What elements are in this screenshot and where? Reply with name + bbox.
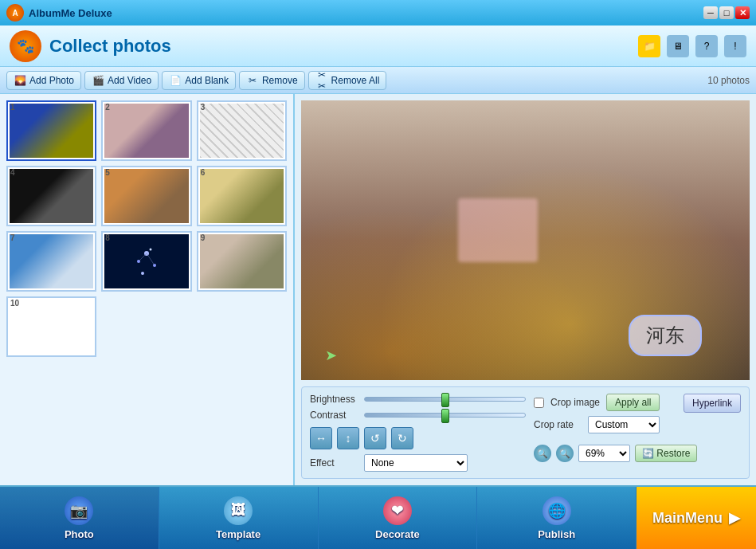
remove-all-button[interactable]: ✂✂ Remove All [308,71,387,90]
photo-nav-label: Photo [65,528,94,540]
main-menu-arrow-icon: ▶ [729,509,740,527]
brightness-row: Brightness [310,394,526,405]
svg-point-4 [149,249,151,251]
template-nav-icon: 🖼 [224,496,253,525]
hyperlink-button[interactable]: Hyperlink [684,394,741,413]
apply-all-button[interactable]: Apply all [606,394,660,411]
remove-button[interactable]: ✂ Remove [239,71,305,90]
effect-select[interactable]: None Blur Sharpen Emboss Grayscale [364,454,468,472]
thumbnail-9[interactable]: 9 [197,231,287,292]
thumbnail-image-3 [200,104,284,158]
crop-image-checkbox[interactable] [534,398,544,408]
remove-all-icon: ✂✂ [315,74,328,87]
folder-icon[interactable]: 📁 [638,35,660,57]
main-menu-button[interactable]: MainMenu ▶ [637,487,756,549]
bottom-navigation: 📷 Photo 🖼 Template ❤ Decorate 🌐 Publish … [0,485,756,549]
add-blank-icon: 📄 [169,74,182,87]
left-controls: Brightness Contrast ↔ ↕ ↺ ↻ [310,394,526,472]
thumbnail-image-9 [200,234,284,288]
crop-rate-label: Crop rate [534,419,582,430]
nav-publish[interactable]: 🌐 Publish [477,487,637,549]
minimize-button[interactable]: ─ [703,6,718,19]
thumbnail-image-10 [10,300,93,354]
photo-nav-icon: 📷 [65,496,93,525]
zoom-out-icon[interactable]: 🔍 [534,445,551,462]
crop-image-row: Crop image Apply all [534,394,660,411]
thumbnail-4[interactable]: 4 [6,166,96,226]
zoom-in-icon[interactable]: 🔍 [556,445,574,462]
contrast-track[interactable] [364,413,526,418]
thumbnails-grid: 1 2 3 4 5 6 7 [6,100,287,357]
brand-logo: 🐾 [10,30,41,62]
template-nav-label: Template [216,528,260,540]
add-video-icon: 🎬 [92,74,104,87]
crop-rate-select[interactable]: Custom 4:3 16:9 1:1 3:2 [588,416,660,433]
toolbar: 🌄 Add Photo 🎬 Add Video 📄 Add Blank ✂ Re… [0,67,756,94]
preview-area: 河东 ➤ [301,100,750,380]
thumbnail-6[interactable]: 6 [197,166,287,226]
brightness-label: Brightness [310,394,358,405]
preview-text-overlay: 河东 [629,315,702,356]
contrast-thumb[interactable] [441,409,449,423]
thumbnail-image-4 [10,169,93,223]
svg-line-5 [139,253,147,261]
rotate-left-button[interactable]: ↺ [364,427,386,449]
thumbnail-image-1 [10,104,93,158]
brightness-track[interactable] [364,397,526,402]
thumbnail-7[interactable]: 7 [6,231,96,292]
contrast-row: Contrast [310,410,526,421]
svg-point-3 [141,272,144,275]
thumbnail-5[interactable]: 5 [101,166,191,226]
flip-horizontal-button[interactable]: ↔ [310,427,332,449]
effect-label: Effect [310,457,358,469]
add-video-button[interactable]: 🎬 Add Video [84,71,159,90]
close-button[interactable]: ✕ [735,6,750,19]
crop-rate-row: Crop rate Custom 4:3 16:9 1:1 3:2 [534,416,660,433]
decorate-nav-label: Decorate [375,528,420,540]
thumbnail-10[interactable]: 10 [6,296,96,357]
photos-count: 10 photos [707,75,750,86]
thumbnail-3[interactable]: 3 [197,100,287,161]
thumbnail-image-7 [10,234,93,288]
preview-image: 河东 ➤ [301,100,750,380]
thumbnail-image-6 [200,169,284,223]
right-controls: Crop image Apply all Crop rate Custom 4:… [534,394,741,472]
blurred-region [458,198,538,262]
crop-image-label: Crop image [550,397,600,408]
nav-template[interactable]: 🖼 Template [159,487,319,549]
brightness-thumb[interactable] [441,393,449,407]
controls-area: Brightness Contrast ↔ ↕ ↺ ↻ [301,386,750,479]
add-photo-button[interactable]: 🌄 Add Photo [6,71,81,90]
main-menu-label: MainMenu [652,510,723,527]
main-area: 1 2 3 4 5 6 7 [0,94,756,485]
thumbnail-8[interactable]: 8 [101,231,191,292]
publish-nav-label: Publish [538,528,575,540]
flip-vertical-button[interactable]: ↕ [337,427,359,449]
info-icon[interactable]: ! [724,35,746,57]
adjust-buttons: ↔ ↕ ↺ ↻ [310,427,526,449]
header: 🐾 Collect photos 📁 🖥 ? ! [0,25,756,67]
thumbnail-image-5 [104,169,188,223]
thumbnail-image-2 [104,104,188,158]
restore-button[interactable]: 🔄 Restore [635,445,697,462]
nav-photo[interactable]: 📷 Photo [0,487,159,549]
nav-decorate[interactable]: ❤ Decorate [319,487,478,549]
add-photo-icon: 🌄 [14,74,26,87]
settings-icon[interactable]: 🖥 [667,35,689,57]
app-logo: A [6,4,24,22]
help-icon[interactable]: ? [695,35,718,57]
arrow-decoration: ➤ [325,347,337,364]
add-blank-button[interactable]: 📄 Add Blank [162,71,236,90]
thumbnail-2[interactable]: 2 [101,100,191,161]
decorate-nav-icon: ❤ [383,496,412,525]
restore-icon: 🔄 [642,448,654,459]
thumbnails-panel: 1 2 3 4 5 6 7 [0,94,295,485]
maximize-button[interactable]: □ [719,6,734,19]
zoom-select[interactable]: 25% 50% 69% 100% 150% [578,445,630,462]
svg-line-6 [147,253,155,265]
rotate-right-button[interactable]: ↻ [391,427,413,449]
effect-row: Effect None Blur Sharpen Emboss Grayscal… [310,454,526,472]
page-title: Collect photos [49,36,171,57]
titlebar: A AlbumMe Deluxe ─ □ ✕ [0,0,756,25]
thumbnail-1[interactable]: 1 [6,100,96,161]
